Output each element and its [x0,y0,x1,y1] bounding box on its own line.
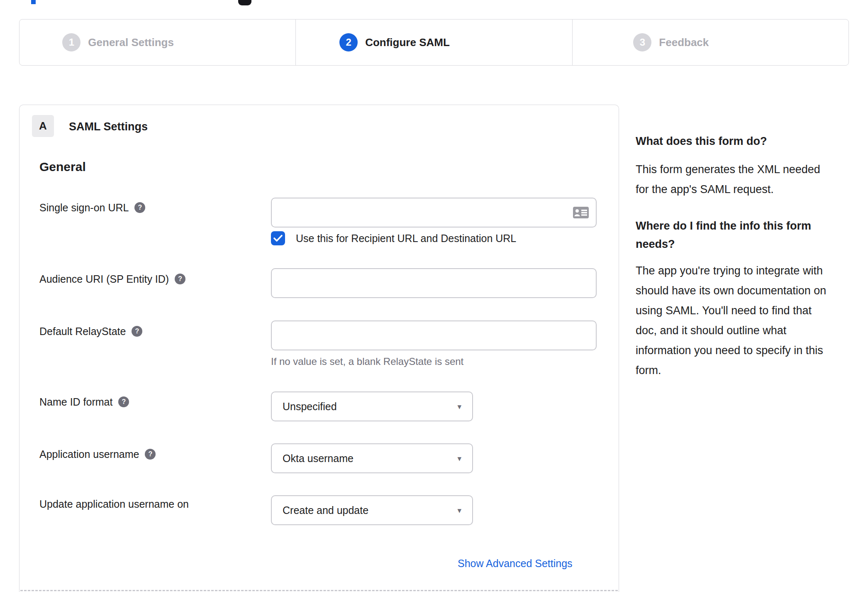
cropped-title-fragment [31,0,36,4]
stepper-step-configure-saml[interactable]: 2 Configure SAML [295,20,572,65]
general-group-heading: General [39,160,86,174]
update-app-username-value: Create and update [283,504,457,516]
app-username-label-row: Application username ? [39,448,156,460]
help-icon[interactable]: ? [132,326,142,337]
step-number-badge: 2 [339,33,358,51]
update-app-username-select[interactable]: Create and update ▾ [271,495,473,525]
app-username-select[interactable]: Okta username ▾ [271,443,473,473]
audience-uri-label: Audience URI (SP Entity ID) [39,273,169,285]
step-label: Feedback [659,36,709,49]
audience-uri-input[interactable] [271,268,597,298]
help-q1-title: What does this form do? [636,132,767,150]
stepper-step-general-settings[interactable]: 1 General Settings [20,20,295,65]
chevron-down-icon: ▾ [457,402,461,411]
saml-settings-card: A SAML Settings General Single sign-on U… [19,105,619,592]
stepper-step-feedback[interactable]: 3 Feedback [572,20,848,65]
wizard-stepper: 1 General Settings 2 Configure SAML 3 Fe… [19,19,849,66]
name-id-format-select[interactable]: Unspecified ▾ [271,391,473,421]
help-icon[interactable]: ? [134,202,145,213]
relay-state-label-row: Default RelayState ? [39,325,142,338]
recipient-url-checkbox-label[interactable]: Use this for Recipient URL and Destinati… [296,232,516,245]
sso-url-input-wrap [271,198,597,228]
help-icon[interactable]: ? [175,274,185,284]
name-id-format-value: Unspecified [283,401,457,413]
help-icon[interactable]: ? [118,396,129,407]
name-id-format-label: Name ID format [39,396,112,408]
show-advanced-settings-link[interactable]: Show Advanced Settings [458,558,573,570]
cropped-app-logo-fragment [238,0,251,5]
relay-state-input[interactable] [271,320,597,350]
step-label: Configure SAML [365,36,450,49]
chevron-down-icon: ▾ [457,506,461,515]
app-username-value: Okta username [283,453,457,465]
sso-url-label-row: Single sign-on URL ? [39,201,145,214]
help-q1-body: This form generates the XML needed for t… [636,159,820,199]
section-dashed-divider [20,590,618,591]
step-number-badge: 3 [633,33,651,51]
section-title: SAML Settings [69,120,148,133]
chevron-down-icon: ▾ [457,454,461,463]
relay-state-label: Default RelayState [39,325,126,338]
sso-url-input[interactable] [271,198,597,228]
checkmark-icon [273,235,283,242]
configure-saml-page: 1 General Settings 2 Configure SAML 3 Fe… [0,0,868,592]
help-q2-title: Where do I find the info this form needs… [636,217,811,253]
relay-state-helper-text: If no value is set, a blank RelayState i… [271,356,463,367]
app-username-label: Application username [39,448,139,460]
help-q2-body: The app you're trying to integrate with … [636,261,826,380]
update-app-username-label-row: Update application username on [39,498,189,510]
update-app-username-label: Update application username on [39,498,189,510]
sso-url-label: Single sign-on URL [39,202,129,214]
section-a-badge: A [32,115,54,137]
step-number-badge: 1 [62,33,80,51]
recipient-url-checkbox[interactable] [271,231,285,245]
name-id-format-label-row: Name ID format ? [39,396,129,408]
step-label: General Settings [88,36,174,49]
help-icon[interactable]: ? [145,449,156,460]
audience-uri-label-row: Audience URI (SP Entity ID) ? [39,273,185,285]
recipient-url-checkbox-row: Use this for Recipient URL and Destinati… [271,231,516,245]
